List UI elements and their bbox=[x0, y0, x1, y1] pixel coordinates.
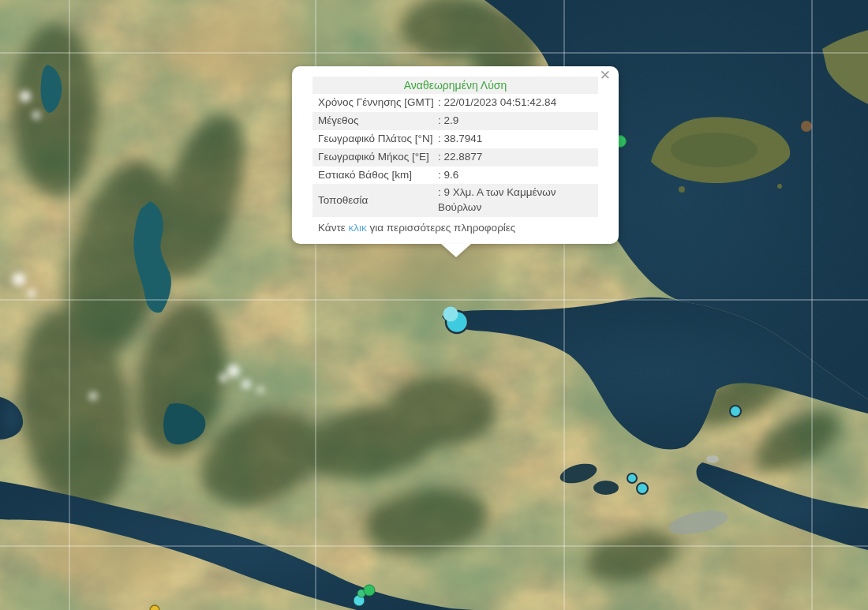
row-label: Μέγεθος bbox=[318, 114, 438, 129]
footer-suffix: για περισσότερες πληροφορίες bbox=[367, 222, 516, 234]
popup-title: Αναθεωρημένη Λύση bbox=[312, 77, 598, 94]
row-depth: Εστιακό Βάθος [km] : 9.6 bbox=[312, 167, 598, 185]
row-origin-time: Χρόνος Γέννησης [GMT] : 22/01/2023 04:51… bbox=[312, 94, 598, 112]
epicenter-cyan-2[interactable] bbox=[627, 473, 637, 483]
row-label: Εστιακό Βάθος [km] bbox=[318, 168, 438, 183]
row-value: : 9.6 bbox=[438, 168, 593, 183]
footer-prefix: Κάντε bbox=[318, 222, 349, 234]
row-value: : 38.7941 bbox=[438, 132, 593, 147]
row-label: Τοποθεσία bbox=[318, 193, 438, 208]
close-icon[interactable]: ✕ bbox=[600, 69, 611, 82]
epicenter-yellow-edge[interactable] bbox=[150, 605, 159, 610]
epicenter-green-bottom[interactable] bbox=[364, 585, 375, 596]
epicenter-cyan-1[interactable] bbox=[730, 406, 741, 417]
row-value: : 22.8877 bbox=[438, 150, 593, 165]
row-value: : 2.9 bbox=[438, 114, 593, 129]
row-label: Χρόνος Γέννησης [GMT] bbox=[318, 95, 438, 110]
row-value: : 9 Χλμ. Α των Καμμένων Βούρλων bbox=[438, 185, 593, 215]
row-longitude: Γεωγραφικό Μήκος [°E] : 22.8877 bbox=[312, 148, 598, 167]
row-latitude: Γεωγραφικό Πλάτος [°N] : 38.7941 bbox=[312, 130, 598, 148]
popup-footer: Κάντε κλικ για περισσότερες πληροφορίες bbox=[312, 221, 598, 236]
row-location: Τοποθεσία : 9 Χλμ. Α των Καμμένων Βούρλω… bbox=[312, 184, 598, 217]
row-magnitude: Μέγεθος : 2.9 bbox=[312, 112, 598, 130]
row-label: Γεωγραφικό Μήκος [°E] bbox=[318, 150, 438, 165]
row-value: : 22/01/2023 04:51:42.84 bbox=[438, 95, 593, 110]
more-info-link[interactable]: κλικ bbox=[349, 222, 367, 234]
row-label: Γεωγραφικό Πλάτος [°N] bbox=[318, 132, 438, 147]
epicenter-cyan-3[interactable] bbox=[637, 483, 648, 494]
epicenter-selected-overlap[interactable] bbox=[443, 307, 458, 322]
earthquake-info-popup: ✕ Αναθεωρημένη Λύση Χρόνος Γέννησης [GMT… bbox=[292, 66, 619, 244]
